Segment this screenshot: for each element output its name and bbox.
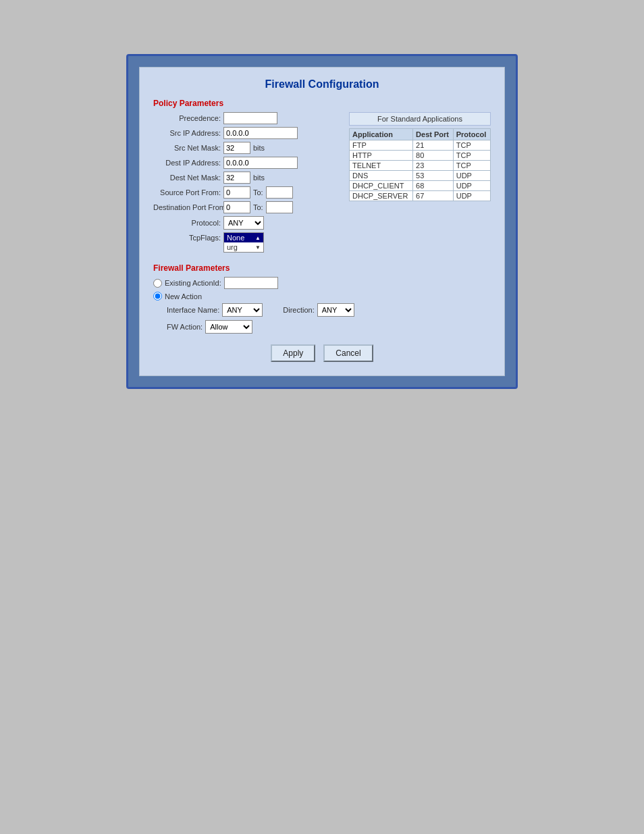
apps-col-destport: Dest Port <box>413 129 454 140</box>
new-action-label: New Action <box>165 292 202 301</box>
button-row: Apply Cancel <box>153 344 491 362</box>
standard-apps-panel: For Standard Applications Application De… <box>349 112 491 255</box>
existing-action-input[interactable] <box>224 277 278 289</box>
outer-panel: Firewall Configuration Policy Parameters… <box>126 54 518 389</box>
inner-panel: Firewall Configuration Policy Parameters… <box>139 67 505 376</box>
src-bits-label: bits <box>253 144 265 152</box>
dest-bits-label: bits <box>253 174 265 182</box>
precedence-label: Precedence: <box>153 114 221 122</box>
table-cell: DNS <box>350 171 413 181</box>
dest-mask-input[interactable] <box>223 172 250 184</box>
std-apps-title: For Standard Applications <box>349 112 491 126</box>
precedence-row: Precedence: <box>153 112 338 124</box>
table-cell: DHCP_SERVER <box>350 191 413 201</box>
fw-action-label: FW Action: <box>167 323 203 331</box>
protocol-select[interactable]: ANY TCP UDP ICMP <box>223 216 264 230</box>
existing-action-radio[interactable] <box>153 279 162 288</box>
new-action-row: New Action <box>153 292 491 301</box>
apps-table: Application Dest Port Protocol FTP21TCPH… <box>349 128 491 201</box>
precedence-input[interactable] <box>223 112 277 124</box>
existing-action-label: Existing ActionId: <box>165 279 221 287</box>
apps-col-protocol: Protocol <box>453 129 490 140</box>
table-row: DNS53UDP <box>350 171 491 181</box>
table-cell: 68 <box>413 181 454 191</box>
tcpflags-row: TcpFlags: None ▲ urg ▼ <box>153 232 338 253</box>
table-row: DHCP_CLIENT68UDP <box>350 181 491 191</box>
tcpflags-urg-option[interactable]: urg ▼ <box>224 242 263 252</box>
tcpflags-up-arrow-icon: ▲ <box>255 235 261 241</box>
tcpflags-none-text: None <box>227 234 244 242</box>
table-cell: HTTP <box>350 151 413 161</box>
dest-port-row: Destination Port From: To: <box>153 201 338 213</box>
tcpflags-none-option[interactable]: None ▲ <box>224 233 263 242</box>
src-port-row: Source Port From: To: <box>153 186 338 199</box>
fw-params-section: Firewall Parameters Existing ActionId: N… <box>153 263 491 334</box>
table-cell: FTP <box>350 140 413 151</box>
src-port-to-label: To: <box>253 188 263 197</box>
dest-port-to-input[interactable] <box>266 201 293 213</box>
src-port-from-input[interactable] <box>223 186 250 199</box>
new-action-radio[interactable] <box>153 292 162 301</box>
dest-port-to-label: To: <box>253 203 263 211</box>
existing-action-row: Existing ActionId: <box>153 277 491 289</box>
apps-col-application: Application <box>350 129 413 140</box>
page-title: Firewall Configuration <box>153 78 491 90</box>
tcpflags-urg-text: urg <box>227 243 238 251</box>
policy-params-section-title: Policy Parameters <box>153 99 491 108</box>
tcpflags-label: TcpFlags: <box>153 232 221 242</box>
fw-action-select[interactable]: Allow Deny <box>205 320 252 334</box>
table-cell: TCP <box>453 140 490 151</box>
direction-field: Direction: ANY <box>283 303 354 317</box>
src-ip-label: Src IP Address: <box>153 129 221 137</box>
table-cell: TELNET <box>350 161 413 171</box>
src-mask-input[interactable] <box>223 142 250 154</box>
dest-ip-input[interactable] <box>223 157 298 169</box>
src-port-to-input[interactable] <box>266 186 293 199</box>
table-cell: 21 <box>413 140 454 151</box>
direction-label: Direction: <box>283 306 314 314</box>
table-cell: UDP <box>453 191 490 201</box>
table-cell: UDP <box>453 181 490 191</box>
dest-ip-label: Dest IP Address: <box>153 159 221 167</box>
protocol-label: Protocol: <box>153 219 221 227</box>
table-cell: 23 <box>413 161 454 171</box>
fw-params-section-title: Firewall Parameters <box>153 263 491 273</box>
src-ip-input[interactable] <box>223 127 298 139</box>
dest-mask-row: Dest Net Mask: bits <box>153 172 338 184</box>
src-port-label: Source Port From: <box>153 188 221 197</box>
tcpflags-listbox[interactable]: None ▲ urg ▼ <box>223 232 264 253</box>
table-cell: 80 <box>413 151 454 161</box>
table-cell: 67 <box>413 191 454 201</box>
dest-ip-row: Dest IP Address: <box>153 157 338 169</box>
table-row: DHCP_SERVER67UDP <box>350 191 491 201</box>
table-cell: 53 <box>413 171 454 181</box>
interface-name-field: Interface Name: ANY <box>167 303 263 317</box>
table-cell: TCP <box>453 161 490 171</box>
interface-name-label: Interface Name: <box>167 306 219 314</box>
fw-action-row: FW Action: Allow Deny <box>167 320 491 334</box>
table-cell: TCP <box>453 151 490 161</box>
tcpflags-down-arrow-icon: ▼ <box>255 244 261 251</box>
left-form: Precedence: Src IP Address: Src Net Mask… <box>153 112 338 255</box>
cancel-button[interactable]: Cancel <box>323 344 373 362</box>
interface-name-select[interactable]: ANY <box>222 303 263 317</box>
table-row: HTTP80TCP <box>350 151 491 161</box>
table-row: FTP21TCP <box>350 140 491 151</box>
table-row: TELNET23TCP <box>350 161 491 171</box>
table-cell: UDP <box>453 171 490 181</box>
src-mask-label: Src Net Mask: <box>153 144 221 152</box>
apply-button[interactable]: Apply <box>271 344 315 362</box>
protocol-row: Protocol: ANY TCP UDP ICMP <box>153 216 338 230</box>
direction-select[interactable]: ANY <box>317 303 354 317</box>
src-ip-row: Src IP Address: <box>153 127 338 139</box>
form-area: Precedence: Src IP Address: Src Net Mask… <box>153 112 491 255</box>
dest-port-label: Destination Port From: <box>153 203 221 211</box>
dest-mask-label: Dest Net Mask: <box>153 174 221 182</box>
table-cell: DHCP_CLIENT <box>350 181 413 191</box>
interface-direction-row: Interface Name: ANY Direction: ANY <box>167 303 491 317</box>
dest-port-from-input[interactable] <box>223 201 250 213</box>
src-mask-row: Src Net Mask: bits <box>153 142 338 154</box>
